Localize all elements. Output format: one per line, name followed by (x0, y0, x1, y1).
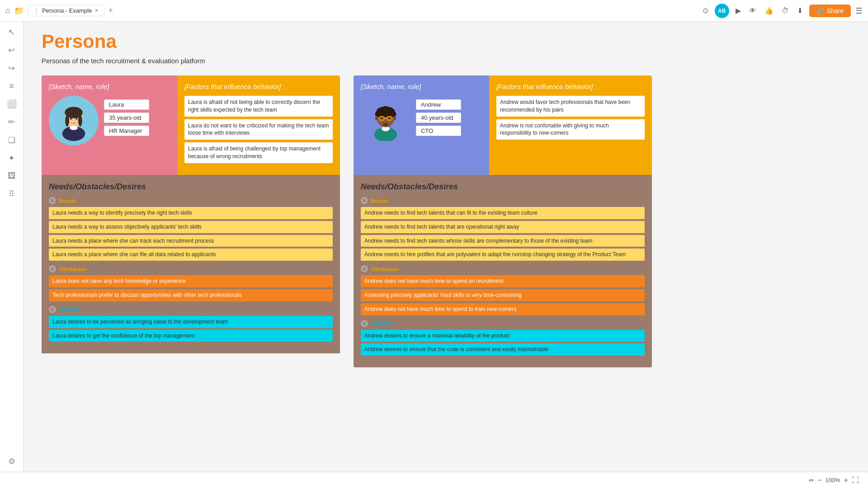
andrew-sketch-section: [Sketch, name, role] (354, 75, 489, 175)
andrew-role: CTO (416, 126, 461, 136)
laura-need-1: Laura needs a way to identify precisely … (49, 207, 333, 219)
sidebar-shapes-icon[interactable]: ⬜ (7, 99, 17, 109)
laura-card: [Sketch, name, role] (42, 75, 340, 367)
home-button[interactable]: ⌂ (5, 6, 10, 15)
andrew-factor-1: Andrew would favor tech professionals th… (496, 96, 645, 117)
andrew-desires-dot: ◐ (361, 320, 368, 327)
andrew-card-bottom: Needs/Obstacles/Desires ◐ Needs Andrew n… (354, 175, 652, 367)
laura-factors-section: [Factors that influence behavior] Laura … (177, 75, 340, 175)
topbar-right: ⊙ AB ▶ 👁 👍 ⏱ ⬇ 🔗 Share ☰ (701, 4, 863, 18)
andrew-need-4: Andrew needs to hire profiles that are p… (361, 249, 645, 261)
andrew-name-tags: Andrew 40 years-old CTO (416, 99, 461, 136)
resize-icon: ⇔ (809, 477, 814, 483)
main-canvas: Persona Personas of the tech recruitment… (24, 22, 868, 472)
download-icon[interactable]: ⬇ (795, 5, 805, 17)
andrew-need-3: Andrew needs to find tech talents whose … (361, 235, 645, 247)
eye-icon[interactable]: 👁 (747, 5, 758, 17)
andrew-card-top: [Sketch, name, role] (354, 75, 652, 175)
bottombar: ⇔ − 100% + ⛶ (0, 472, 868, 488)
svg-point-3 (65, 115, 69, 126)
svg-point-6 (75, 117, 78, 120)
svg-point-17 (393, 116, 396, 120)
andrew-avatar-area: Andrew 40 years-old CTO (361, 96, 482, 145)
add-tab-button[interactable]: + (108, 6, 113, 15)
laura-avatar-area: Laura 35 years-old HR Manager (49, 96, 170, 145)
laura-obstacle-1: Laura does not have any tech knowledge o… (49, 275, 333, 287)
laura-name: Laura (104, 99, 149, 110)
andrew-desire-2: Andrew desires to ensure that the code i… (361, 343, 645, 356)
laura-bottom-title: Needs/Obstacles/Desires (49, 182, 333, 192)
andrew-name: Andrew (416, 99, 461, 110)
laura-factor-2: Laura do not want to be criticized for m… (184, 119, 333, 140)
laura-avatar-svg (53, 100, 94, 141)
close-tab-icon[interactable]: ✕ (94, 8, 99, 14)
andrew-obstacles-dot: ◐ (361, 265, 368, 272)
andrew-obstacle-1: Andrew does not have much time to spend … (361, 275, 645, 287)
fullscreen-button[interactable]: ⛶ (852, 476, 859, 484)
current-tab[interactable]: ⋮ Persona - Example ✕ (28, 5, 105, 16)
laura-card-bottom: Needs/Obstacles/Desires ◐ Needs Laura ne… (42, 175, 340, 353)
svg-point-15 (382, 106, 390, 114)
andrew-obstacle-2: Assessing precisely applicants' hard ski… (361, 289, 645, 301)
timer-icon[interactable]: ⏱ (780, 5, 791, 17)
zoom-in-button[interactable]: + (844, 476, 848, 484)
topbar: ⌂ 📁 ⋮ Persona - Example ✕ + ⊙ AB ▶ 👁 👍 ⏱… (0, 0, 868, 22)
laura-name-tags: Laura 35 years-old HR Manager (104, 99, 149, 136)
andrew-factors-section: [Factors that influence behavior] Andrew… (489, 75, 652, 175)
sidebar-cursor-icon[interactable]: ↖ (8, 27, 15, 37)
like-icon[interactable]: 👍 (763, 5, 775, 17)
andrew-obstacles-group: ◐ Obstacles Andrew does not have much ti… (361, 265, 645, 315)
andrew-avatar-circle (361, 96, 410, 145)
laura-avatar-circle (49, 96, 99, 145)
laura-factor-3: Laura is afraid of being challenged by t… (184, 142, 333, 163)
laura-need-3: Laura needs a place where she can track … (49, 235, 333, 247)
andrew-needs-label: ◐ Needs (361, 197, 645, 204)
sidebar-effects-icon[interactable]: ✦ (8, 153, 15, 163)
laura-obstacles-group: ◐ Obstacles Laura does not have any tech… (49, 265, 333, 301)
laura-factor-1: Laura is afraid of not being able to cor… (184, 96, 333, 117)
zoom-level: 100% (825, 477, 840, 483)
sidebar-image-icon[interactable]: 🖼 (8, 171, 16, 181)
svg-point-16 (375, 116, 378, 120)
andrew-need-2: Andrew needs to find tech talents that a… (361, 221, 645, 233)
andrew-desires-label: ◐ Desires (361, 320, 645, 327)
laura-factors-label: [Factors that influence behavior] (184, 83, 333, 90)
laura-needs-label: ◐ Needs (49, 197, 333, 204)
laura-role: HR Manager (104, 126, 149, 136)
sidebar-pen-icon[interactable]: ✏ (8, 117, 15, 127)
sidebar-back-icon[interactable]: ↩ (8, 45, 15, 55)
svg-point-4 (78, 115, 82, 126)
sidebar-text-icon[interactable]: ≡ (9, 81, 14, 91)
laura-sketch-label: [Sketch, name, role] (49, 83, 170, 90)
play-icon[interactable]: ▶ (734, 5, 743, 17)
sidebar-forward-icon[interactable]: ↪ (8, 63, 15, 73)
andrew-obstacles-label: ◐ Obstacles (361, 265, 645, 272)
laura-desire-1: Laura desires to be perceived as bringin… (49, 316, 333, 328)
menu-button[interactable]: ☰ (855, 6, 863, 16)
folder-button[interactable]: 📁 (14, 6, 24, 16)
andrew-card: [Sketch, name, role] (354, 75, 652, 367)
laura-desires-group: ◐ Desires Laura desires to be perceived … (49, 306, 333, 342)
personas-row: [Sketch, name, role] (42, 75, 850, 367)
andrew-desires-group: ◐ Desires Andrew desires to ensure a max… (361, 320, 645, 356)
sidebar: ↖ ↩ ↪ ≡ ⬜ ✏ ❑ ✦ 🖼 ⠿ ⚙ (0, 22, 24, 472)
focus-icon[interactable]: ⊙ (701, 5, 710, 17)
andrew-age: 40 years-old (416, 113, 461, 123)
sidebar-grid-icon[interactable]: ⠿ (9, 189, 14, 199)
user-avatar-button[interactable]: AB (715, 4, 729, 18)
svg-point-7 (70, 126, 78, 130)
andrew-avatar-svg (365, 100, 406, 141)
andrew-factors-label: [Factors that influence behavior] (496, 83, 645, 90)
sidebar-components-icon[interactable]: ❑ (8, 135, 15, 145)
share-button[interactable]: 🔗 Share (809, 5, 851, 17)
svg-point-22 (388, 117, 390, 119)
andrew-obstacle-3: Andrew does not have much time to spend … (361, 303, 645, 315)
andrew-need-1: Andrew needs to find tech talents that c… (361, 207, 645, 219)
laura-needs-dot: ◐ (49, 197, 56, 204)
zoom-out-button[interactable]: − (817, 476, 821, 484)
laura-need-2: Laura needs a way to assess objectively … (49, 221, 333, 233)
sidebar-settings-icon[interactable]: ⚙ (8, 456, 15, 466)
laura-desires-label: ◐ Desires (49, 306, 333, 313)
share-label: Share (827, 7, 844, 14)
andrew-desire-1: Andrew desires to ensure a maximal relia… (361, 330, 645, 342)
